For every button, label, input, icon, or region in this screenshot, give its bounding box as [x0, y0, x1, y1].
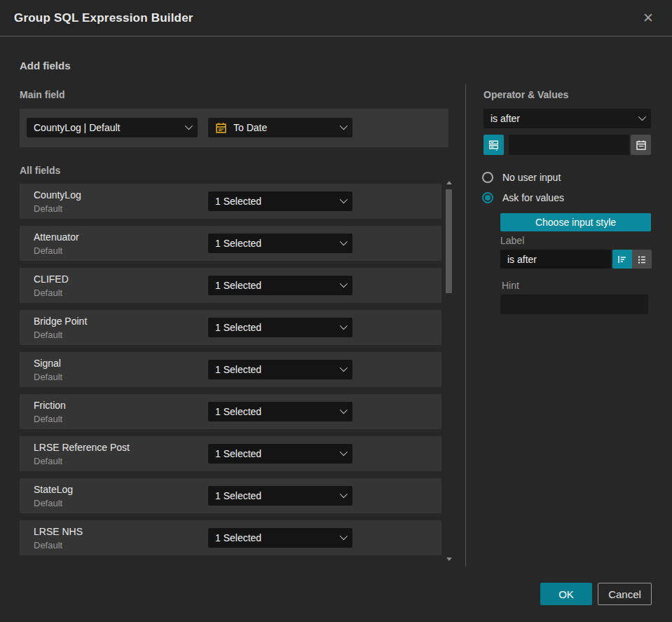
chevron-down-icon — [340, 321, 348, 329]
chevron-down-icon — [185, 121, 193, 129]
date-picker-button[interactable] — [631, 135, 651, 155]
field-list-item: Signal Default 1 Selected — [20, 352, 441, 387]
ok-button[interactable]: OK — [540, 583, 592, 605]
chevron-down-icon — [340, 405, 348, 413]
single-line-style-button[interactable] — [612, 250, 632, 269]
field-list-item: CLIFED Default 1 Selected — [20, 268, 441, 303]
main-field-box: CountyLog | Default To Date — [20, 109, 448, 147]
label-input[interactable] — [500, 250, 611, 269]
list-style-button[interactable] — [632, 250, 652, 269]
dialog-titlebar: Group SQL Expression Builder ✕ — [0, 0, 672, 36]
operator-select[interactable]: is after — [484, 109, 651, 128]
field-list-item: CountyLog Default 1 Selected — [20, 184, 441, 219]
chevron-down-icon — [340, 195, 348, 203]
field-list-item: StateLog Default 1 Selected — [20, 478, 441, 513]
chevron-down-icon — [340, 121, 348, 129]
field-selected-value: 1 Selected — [215, 364, 333, 375]
calendar-icon — [215, 122, 227, 134]
group-sql-expression-builder-dialog: Group SQL Expression Builder ✕ Add field… — [0, 0, 672, 622]
radio-no-user-input-label: No user input — [502, 172, 561, 183]
operator-select-value: is after — [491, 113, 631, 124]
panel-divider — [465, 84, 466, 567]
chevron-down-icon — [638, 112, 646, 120]
field-selected-value: 1 Selected — [215, 280, 333, 291]
dialog-title: Group SQL Expression Builder — [14, 11, 193, 25]
hint-field-label: Hint — [502, 280, 519, 291]
field-selected-dropdown[interactable]: 1 Selected — [208, 402, 352, 421]
radio-circle-icon — [482, 172, 493, 183]
chevron-down-icon — [340, 363, 348, 371]
align-left-icon — [617, 254, 628, 265]
field-selected-dropdown[interactable]: 1 Selected — [208, 234, 352, 253]
main-field-label: Main field — [20, 89, 65, 100]
field-selected-value: 1 Selected — [215, 238, 333, 249]
add-fields-heading: Add fields — [20, 60, 71, 72]
main-field-date-value: To Date — [233, 122, 333, 133]
field-list-item: LRSE Reference Post Default 1 Selected — [20, 436, 441, 471]
radio-ask-for-values-label: Ask for values — [502, 192, 564, 203]
field-selected-value: 1 Selected — [215, 532, 333, 543]
choose-input-style-button[interactable]: Choose input style — [500, 213, 651, 231]
main-field-date-select[interactable]: To Date — [208, 118, 352, 137]
field-list-item: LRSE NHS Default 1 Selected — [20, 520, 441, 555]
field-selected-dropdown[interactable]: 1 Selected — [208, 318, 352, 337]
calendar-icon — [636, 140, 647, 151]
label-field-label: Label — [500, 235, 524, 246]
field-selected-value: 1 Selected — [215, 196, 333, 207]
hint-input[interactable] — [500, 295, 648, 314]
main-field-select-value: CountyLog | Default — [34, 122, 178, 133]
close-icon[interactable]: ✕ — [640, 10, 657, 27]
chevron-down-icon — [340, 447, 348, 455]
field-selected-value: 1 Selected — [215, 448, 333, 459]
operator-values-label: Operator & Values — [484, 89, 568, 100]
all-fields-label: All fields — [20, 165, 60, 176]
radio-circle-checked-icon — [482, 192, 493, 203]
field-selected-dropdown[interactable]: 1 Selected — [208, 276, 352, 295]
scrollbar-thumb[interactable] — [446, 189, 452, 293]
field-selected-dropdown[interactable]: 1 Selected — [208, 360, 352, 379]
chevron-down-icon — [340, 489, 348, 497]
radio-ask-for-values[interactable]: Ask for values — [482, 192, 564, 203]
value-source-button[interactable] — [484, 135, 504, 155]
field-list-item: Bridge Point Default 1 Selected — [20, 310, 441, 345]
cancel-button[interactable]: Cancel — [598, 583, 652, 605]
field-selected-value: 1 Selected — [215, 322, 333, 333]
scroll-up-icon[interactable] — [446, 181, 452, 184]
field-selected-value: 1 Selected — [215, 490, 333, 501]
all-fields-list: CountyLog Default 1 Selected Attenuator … — [20, 184, 441, 562]
field-selected-dropdown[interactable]: 1 Selected — [208, 444, 352, 464]
field-selected-dropdown[interactable]: 1 Selected — [208, 191, 352, 211]
main-field-select[interactable]: CountyLog | Default — [27, 118, 198, 137]
field-selected-dropdown[interactable]: 1 Selected — [208, 486, 352, 506]
fields-list-scrollbar — [444, 180, 454, 562]
value-source-icon — [488, 139, 500, 151]
field-selected-dropdown[interactable]: 1 Selected — [208, 528, 352, 548]
field-selected-value: 1 Selected — [215, 406, 333, 417]
bullet-list-icon — [636, 254, 647, 265]
field-list-item: Attenuator Default 1 Selected — [20, 226, 441, 261]
radio-no-user-input[interactable]: No user input — [482, 172, 561, 183]
value-input[interactable] — [509, 135, 629, 155]
scroll-down-icon[interactable] — [446, 557, 452, 561]
chevron-down-icon — [340, 237, 348, 245]
field-list-item: Friction Default 1 Selected — [20, 394, 441, 429]
chevron-down-icon — [340, 279, 348, 287]
chevron-down-icon — [340, 532, 348, 539]
